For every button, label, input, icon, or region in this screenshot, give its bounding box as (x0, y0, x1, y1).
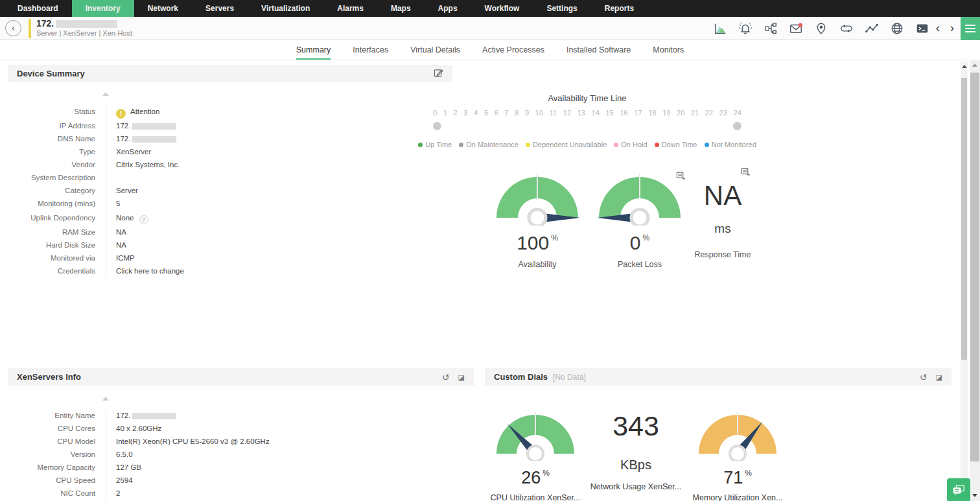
hour-tick: 18 (648, 109, 656, 117)
field-label: Uplink Dependency (8, 210, 106, 226)
field-row-credentials: Credentials Click here to change (8, 264, 452, 277)
scroll-up-arrow-icon[interactable] (972, 64, 977, 67)
tab-virtual-details[interactable]: Virtual Details (410, 40, 460, 60)
field-row-status: Status !Attention (8, 104, 452, 119)
nav-workflow[interactable]: Workflow (471, 0, 533, 17)
collapse-arrow-icon[interactable] (102, 397, 109, 401)
legend-label: On Maintenance (466, 141, 519, 148)
nav-servers[interactable]: Servers (192, 0, 248, 17)
back-button[interactable]: ‹ (5, 20, 21, 36)
dial-arc (487, 405, 584, 461)
nav-alarms[interactable]: Alarms (323, 0, 377, 17)
field-label: DNS Name (8, 132, 106, 145)
nav-dashboard[interactable]: Dashboard (4, 0, 72, 17)
xenservers-info-title: XenServers Info (17, 372, 81, 382)
detail-tabs: Summary Interfaces Virtual Details Activ… (0, 40, 980, 60)
field-label: NIC Count (8, 487, 106, 500)
tab-summary[interactable]: Summary (296, 40, 331, 60)
report-graph-icon[interactable] (741, 167, 751, 180)
device-header-bar: ‹ 172. Server | XenServer | Xen-Host (0, 17, 980, 40)
report-graph-icon[interactable] (676, 171, 686, 183)
resize-square-icon[interactable]: ◪ (458, 373, 465, 382)
panel-scrollbar[interactable] (961, 62, 968, 480)
field-value: Server (106, 184, 452, 197)
edit-icon[interactable] (434, 68, 443, 79)
network-usage-unit: KBps (585, 458, 686, 472)
hour-tick: 9 (525, 109, 529, 117)
globe-icon[interactable] (890, 21, 904, 36)
legend-label: Not Monitored (712, 141, 756, 148)
hour-tick: 8 (515, 109, 519, 117)
nav-inventory[interactable]: Inventory (72, 0, 134, 17)
line-graph-icon[interactable] (865, 21, 879, 36)
field-label: Entity Name (8, 409, 106, 422)
tab-interfaces[interactable]: Interfaces (353, 40, 388, 60)
hour-tick: 14 (592, 109, 600, 117)
nav-reports[interactable]: Reports (591, 0, 648, 17)
device-summary-fields: Status !Attention IP Address 172. DNS Na… (8, 104, 452, 277)
hour-tick: 21 (691, 109, 699, 117)
field-row-memory: Memory Capacity 127 GB (8, 461, 474, 474)
nav-apps[interactable]: Apps (425, 0, 471, 17)
resize-square-icon[interactable]: ◪ (936, 373, 942, 382)
hour-tick: 16 (620, 109, 627, 117)
field-value: 40 x 2.60GHz (106, 422, 474, 435)
field-label: Category (8, 184, 106, 197)
tab-active-processes[interactable]: Active Processes (482, 40, 544, 60)
nav-network[interactable]: Network (134, 0, 192, 17)
timeline-legend: Up TimeOn MaintenanceDependent Unavailab… (428, 141, 747, 148)
area-chart-icon[interactable] (713, 21, 727, 36)
nav-settings[interactable]: Settings (533, 0, 590, 17)
scrollbar-thumb[interactable] (970, 73, 979, 461)
field-label: Credentials (8, 264, 106, 277)
terminal-icon[interactable] (915, 21, 929, 36)
device-summary-header: Device Summary (8, 65, 452, 82)
workflow-icon[interactable] (764, 21, 778, 36)
field-row-cpu-cores: CPU Cores 40 x 2.60GHz (8, 422, 474, 435)
prev-device-button[interactable]: ‹ (932, 17, 944, 40)
field-value: 2 (106, 487, 474, 500)
response-time-label: Response Time (671, 250, 775, 259)
chat-bubbles-icon (951, 483, 966, 497)
tab-monitors[interactable]: Monitors (653, 40, 684, 60)
xenservers-info-fields: Entity Name 172. CPU Cores 40 x 2.60GHz … (8, 409, 474, 500)
help-icon[interactable]: ? (139, 215, 148, 224)
field-label: CPU Cores (8, 422, 106, 435)
timeline-handle-start[interactable] (433, 122, 441, 130)
refresh-icon[interactable]: ↺ (920, 373, 928, 382)
field-row-entity: Entity Name 172. (8, 409, 474, 422)
nav-maps[interactable]: Maps (377, 0, 425, 17)
field-label: CPU Speed (8, 474, 106, 487)
legend-item: Up Time (418, 141, 452, 148)
nav-virtualization[interactable]: Virtualization (248, 0, 323, 17)
legend-item: On Maintenance (459, 141, 519, 148)
field-value: !Attention (106, 104, 452, 119)
chat-support-button[interactable] (947, 478, 970, 501)
mail-icon[interactable] (789, 21, 803, 36)
hour-tick: 20 (677, 109, 684, 117)
field-row-uplink: Uplink Dependency None? (8, 210, 452, 226)
tab-installed-software[interactable]: Installed Software (566, 40, 631, 60)
availability-label: Availability (485, 260, 589, 269)
field-value: 2594 (106, 474, 474, 487)
location-pin-icon[interactable] (814, 21, 828, 36)
page-scrollbar[interactable] (970, 60, 980, 501)
field-value: ICMP (106, 251, 452, 264)
alarm-bell-icon[interactable] (738, 21, 752, 36)
field-label: Monitored via (8, 251, 106, 264)
loop-icon[interactable] (839, 21, 854, 36)
hamburger-menu-button[interactable] (961, 17, 980, 40)
collapse-arrow-icon[interactable] (102, 92, 109, 96)
scroll-up-arrow-icon[interactable] (962, 65, 967, 68)
next-device-button[interactable]: › (946, 17, 958, 40)
legend-dot (526, 143, 530, 147)
field-row-sysdesc: System Description (8, 171, 452, 184)
hour-tick: 15 (606, 109, 614, 117)
scroll-down-arrow-icon[interactable] (972, 494, 977, 497)
refresh-icon[interactable]: ↺ (442, 373, 450, 382)
timeline-handle-end[interactable] (733, 122, 741, 130)
field-row-monitored-via: Monitored via ICMP (8, 251, 452, 264)
legend-label: Dependent Unavailable (533, 141, 607, 148)
scrollbar-thumb[interactable] (961, 78, 967, 360)
credentials-change-link[interactable]: Click here to change (106, 264, 452, 277)
